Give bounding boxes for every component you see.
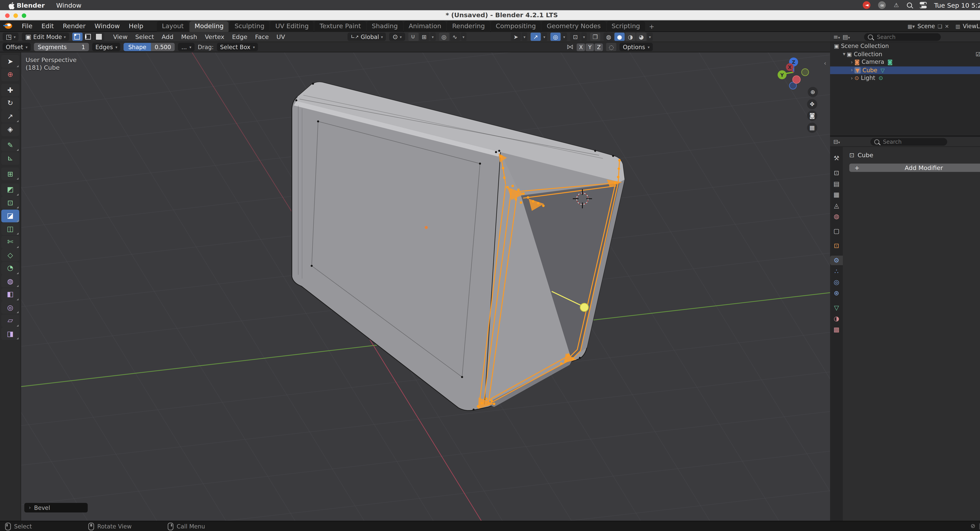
tool-bevel[interactable]: ◪ [2, 209, 19, 222]
show-gizmo-toggle[interactable]: ↗ [531, 33, 541, 41]
wifi-warning-icon[interactable]: ⚠ [894, 2, 899, 8]
mirror-x-button[interactable]: X [577, 43, 585, 51]
edge-select-button[interactable] [83, 33, 93, 41]
properties-tab-particles[interactable]: ∴ [830, 266, 843, 276]
scene-name[interactable]: Scene [918, 23, 935, 29]
face-select-button[interactable] [94, 33, 104, 41]
tool-shear[interactable]: ▱ [2, 314, 19, 327]
tool-edge-slide[interactable]: ◧ [2, 288, 19, 301]
topbar-menu-help[interactable]: Help [124, 22, 148, 29]
properties-tab-object-data[interactable]: ▽ [830, 303, 843, 312]
tool-cursor-3d[interactable]: ⊕ [2, 68, 19, 81]
more-options-dropdown[interactable]: ...▾ [178, 43, 195, 51]
viewport-menu-uv[interactable]: UV [273, 33, 289, 40]
tab-scripting[interactable]: Scripting [606, 21, 645, 32]
falloff-icon[interactable]: ∿ [450, 33, 460, 41]
viewlayer-name[interactable]: ViewLayer [963, 23, 980, 29]
tab-texture-paint[interactable]: Texture Paint [314, 21, 366, 32]
tool-measure[interactable]: ⊾ [2, 152, 19, 165]
properties-tab-texture[interactable]: ▩ [830, 325, 843, 334]
tool-poly-build[interactable]: ◇ [2, 249, 19, 262]
mesh-edit-overlays-dropdown[interactable]: ▾ [581, 33, 587, 41]
overlays-dropdown[interactable]: ▾ [562, 33, 567, 41]
properties-tab-collection[interactable]: ▢ [830, 226, 843, 236]
outliner-row-cube[interactable]: ›▼Cube▽◉◘ [830, 66, 980, 74]
snap-base-button[interactable]: ◌ [606, 43, 616, 51]
editor-type-dropdown[interactable]: ◳▾ [3, 33, 19, 41]
viewport-menu-edge[interactable]: Edge [228, 33, 251, 40]
tab-layout[interactable]: Layout [157, 21, 189, 32]
xray-toggle[interactable]: ❐ [590, 33, 600, 41]
gizmo-y-axis[interactable]: Y [778, 70, 786, 79]
expander-icon[interactable]: › [849, 75, 854, 81]
properties-tab-constraints[interactable]: ⊛ [830, 288, 843, 298]
viewlayer-icon[interactable]: ▥ [955, 23, 960, 29]
object-label[interactable]: Scene Collection [841, 43, 889, 49]
tool-extrude-region[interactable]: ◩ [2, 183, 19, 196]
tool-shrink-fatten[interactable]: ◎ [2, 301, 19, 314]
menubar-clock[interactable]: Tue Sep 10 5:28 PM [934, 2, 980, 9]
pivot-point-dropdown[interactable]: ⊙▾ [389, 33, 405, 41]
outliner-search[interactable] [864, 33, 941, 41]
macos-window-menu[interactable]: Window [56, 2, 81, 9]
outliner-search-input[interactable] [875, 33, 937, 41]
visibility-dropdown[interactable]: ▾ [522, 33, 527, 41]
properties-tab-object[interactable]: ⊡ [830, 241, 843, 250]
gizmo-x-neg-axis[interactable] [792, 75, 800, 84]
tab-compositing[interactable]: Compositing [491, 21, 541, 32]
scene-browse-icon[interactable]: ▦▾ [907, 23, 915, 29]
tool-spin[interactable]: ◔ [2, 262, 19, 274]
drag-mode-dropdown[interactable]: Select Box▾ [217, 43, 258, 51]
outliner-row-light[interactable]: ›⊙Light⊙◉◘ [830, 74, 980, 82]
zoom-view-button[interactable]: ⊕ [808, 87, 818, 97]
shading-solid-button[interactable]: ● [614, 33, 625, 41]
tool-transform[interactable]: ◈ [2, 123, 19, 136]
shading-material-button[interactable]: ◑ [625, 33, 635, 41]
properties-tab-physics[interactable]: ◎ [830, 277, 843, 287]
mesh-edit-overlays-icon[interactable]: ⊡ [570, 33, 581, 41]
spotlight-icon[interactable] [907, 3, 912, 8]
creative-cloud-icon[interactable]: ∞ [878, 2, 886, 9]
tab-rendering[interactable]: Rendering [447, 21, 490, 32]
properties-tab-view-layer[interactable]: ▦ [830, 190, 843, 199]
viewport-menu-add[interactable]: Add [158, 33, 177, 40]
properties-tab-world[interactable]: ◍ [830, 211, 843, 221]
falloff-dropdown[interactable]: ▾ [461, 33, 466, 41]
shape-field[interactable]: Shape0.500 [124, 43, 175, 51]
apple-icon[interactable] [8, 2, 15, 9]
control-center-icon[interactable] [920, 2, 926, 8]
add-modifier-button[interactable]: + Add Modifier [849, 163, 980, 172]
toggle-perspective-button[interactable]: ▦ [807, 123, 817, 133]
shading-wireframe-button[interactable]: ◍ [603, 33, 614, 41]
outliner-row-camera[interactable]: ›◙Camera◙◉◘ [830, 58, 980, 66]
tool-annotate[interactable]: ✎ [2, 139, 19, 151]
outliner-row-scene-collection[interactable]: ▣Scene Collection [830, 42, 980, 50]
outliner-display-mode-dropdown[interactable]: ≡▾ [833, 33, 840, 40]
viewport-menu-view[interactable]: View [109, 33, 132, 40]
topbar-menu-edit[interactable]: Edit [37, 22, 59, 29]
gizmo-x-axis[interactable]: X [786, 63, 794, 71]
tool-rotate[interactable]: ↻ [2, 97, 19, 109]
tool-scale[interactable]: ↗ [2, 110, 19, 122]
object-type-visibility-icon[interactable]: ➤ [511, 33, 521, 41]
tab-animation[interactable]: Animation [404, 21, 447, 32]
gizmo-dropdown[interactable]: ▾ [541, 33, 547, 41]
affect-edges-dropdown[interactable]: Edges▾ [92, 43, 121, 51]
properties-tab-output[interactable]: ▤ [830, 179, 843, 189]
pan-view-button[interactable]: ✥ [807, 99, 817, 109]
tool-loop-cut[interactable]: ◫ [2, 222, 19, 235]
outliner-row-collection[interactable]: ▾▣Collection☑◉◘ [830, 50, 980, 58]
tool-select-box[interactable]: ➤ [2, 55, 19, 68]
tool-rip-region[interactable]: ◨ [2, 327, 19, 340]
expander-icon[interactable]: › [849, 59, 854, 65]
tab-shading[interactable]: Shading [367, 21, 403, 32]
new-scene-icon[interactable]: ❏ [937, 23, 942, 29]
mode-dropdown[interactable]: ▣Edit Mode▾ [22, 33, 69, 41]
expander-icon[interactable]: › [849, 67, 854, 73]
operator-redo-panel[interactable]: › Bevel [24, 503, 88, 512]
viewport-3d[interactable]: User Perspective (181) Cube ‹ Z X Y ⊕ ✥ [21, 52, 830, 521]
snap-toggle[interactable]: ∩ [408, 33, 418, 41]
tab-modeling[interactable]: Modeling [189, 21, 229, 32]
blender-logo-icon[interactable] [3, 23, 12, 29]
mute-icon[interactable]: ◄ [863, 2, 871, 9]
